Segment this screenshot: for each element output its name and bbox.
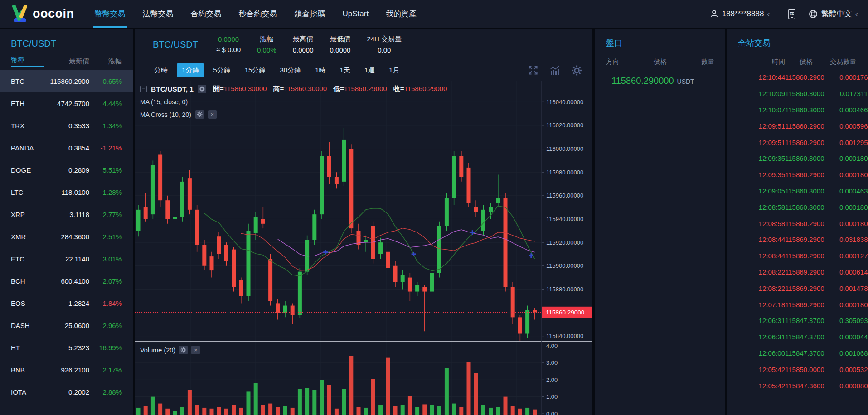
svg-text:1.00: 1.00 bbox=[546, 393, 558, 400]
trade-time: 12:06:00 bbox=[740, 349, 785, 357]
interval-tab[interactable]: 1分鐘 bbox=[177, 63, 204, 77]
trade-row: 12:10:09 115860.3000 0.017311 bbox=[727, 86, 868, 102]
trade-row: 12:05:42 115847.3600 0.000080 bbox=[727, 377, 868, 394]
interval-tab-list: 分時1分鐘5分鐘15分鐘30分鐘1時1天1週1月 bbox=[149, 63, 408, 77]
market-price: 25.0600 bbox=[44, 322, 89, 329]
collapse-icon[interactable]: − bbox=[140, 86, 147, 92]
trade-row: 12:08:44 115869.2900 0.000127 bbox=[727, 248, 868, 264]
trade-row: 12:06:31 115847.3700 0.305093 bbox=[727, 313, 868, 329]
nav-item[interactable]: 合約交易 bbox=[182, 0, 230, 28]
nav-item[interactable]: 法幣交易 bbox=[134, 0, 182, 28]
market-row[interactable]: BNB 926.2100 2.17% bbox=[0, 359, 133, 381]
market-row[interactable]: TRX 0.3533 1.34% bbox=[0, 115, 133, 137]
stat-value: 0.00% bbox=[257, 46, 276, 54]
column-last-price: 最新價 bbox=[44, 57, 89, 66]
fullscreen-icon[interactable] bbox=[528, 65, 538, 76]
market-row[interactable]: ETH 4742.5700 4.44% bbox=[0, 92, 133, 115]
user-menu[interactable]: 188****8888 ‹ bbox=[709, 9, 772, 19]
market-row[interactable]: XMR 284.3600 2.51% bbox=[0, 226, 133, 248]
market-row[interactable]: IOTA 0.2002 2.88% bbox=[0, 381, 133, 403]
globe-icon bbox=[808, 9, 818, 19]
market-row[interactable]: PANDA 0.3854 -1.21% bbox=[0, 137, 133, 159]
trade-time: 12:07:18 bbox=[740, 301, 785, 309]
market-symbol: XRP bbox=[11, 211, 44, 218]
trade-row: 12:09:51 115860.2900 0.001295 bbox=[727, 134, 868, 150]
interval-tabs: 分時1分鐘5分鐘15分鐘30分鐘1時1天1週1月 bbox=[135, 59, 592, 81]
language-menu[interactable]: 繁體中文 ‹ bbox=[808, 9, 860, 19]
nav-item[interactable]: 幣幣交易 bbox=[86, 0, 134, 28]
market-sidebar: BTC/USDT 幣種 最新價 漲幅 BTC 115860.2900 0.65%… bbox=[0, 29, 133, 415]
legend-gear-icon[interactable] bbox=[198, 85, 206, 93]
trade-time: 12:08:58 bbox=[740, 220, 785, 227]
trade-row: 12:08:22 115869.2900 0.000614 bbox=[727, 264, 868, 280]
logo[interactable]: oocoin bbox=[10, 5, 74, 24]
main-menu: 幣幣交易法幣交易合約交易秒合約交易鎖倉挖礦UpStart我的資產 bbox=[86, 0, 426, 28]
market-row[interactable]: DOGE 0.2809 5.51% bbox=[0, 159, 133, 181]
nav-item[interactable]: 我的資產 bbox=[377, 0, 425, 28]
ma-close-icon[interactable]: × bbox=[208, 110, 217, 119]
volume-close-icon[interactable]: × bbox=[191, 346, 200, 354]
trade-price: 115850.0000 bbox=[785, 366, 824, 373]
market-row[interactable]: BTC 115860.2900 0.65% bbox=[0, 70, 133, 92]
trade-time: 12:10:44 bbox=[740, 73, 785, 81]
interval-tab[interactable]: 1時 bbox=[310, 63, 330, 77]
trade-price: 115869.2900 bbox=[785, 301, 824, 309]
volume-gear-icon[interactable] bbox=[179, 346, 188, 354]
ma-gear-icon[interactable] bbox=[195, 110, 204, 119]
person-icon bbox=[709, 9, 719, 19]
trade-row: 12:06:00 115847.3700 0.001068 bbox=[727, 345, 868, 362]
trade-qty: 0.000180 bbox=[824, 203, 868, 211]
market-row[interactable]: EOS 1.2824 -1.84% bbox=[0, 292, 133, 314]
market-symbol: BCH bbox=[11, 277, 44, 285]
trade-time: 12:09:35 bbox=[740, 154, 785, 162]
market-price: 600.4100 bbox=[44, 277, 89, 285]
chart-stat: 最低價 0.0000 bbox=[330, 35, 351, 54]
interval-tab[interactable]: 1月 bbox=[384, 63, 404, 77]
trade-row: 12:08:44 115869.2900 0.031838 bbox=[727, 232, 868, 248]
market-symbol: TRX bbox=[11, 122, 44, 130]
volume-legend: Volume (20) × bbox=[140, 346, 200, 354]
interval-tab[interactable]: 1週 bbox=[359, 63, 380, 77]
kline-chart[interactable]: 116040.00000116020.00000116000.000001159… bbox=[135, 81, 592, 415]
market-change: 2.77% bbox=[89, 211, 122, 218]
top-navbar: oocoin 幣幣交易法幣交易合約交易秒合約交易鎖倉挖礦UpStart我的資產 … bbox=[0, 0, 868, 28]
nav-item[interactable]: UpStart bbox=[334, 0, 378, 28]
nav-item[interactable]: 鎖倉挖礦 bbox=[286, 0, 334, 28]
market-row[interactable]: BCH 600.4100 2.07% bbox=[0, 270, 133, 292]
logo-text: oocoin bbox=[33, 7, 74, 21]
settings-icon[interactable] bbox=[571, 65, 582, 76]
svg-text:115900.00000: 115900.00000 bbox=[546, 262, 583, 269]
tab-coin-type[interactable]: 幣種 bbox=[11, 56, 44, 67]
interval-tab[interactable]: 5分鐘 bbox=[208, 63, 235, 77]
nav-item[interactable]: 秒合約交易 bbox=[230, 0, 286, 28]
stat-label: 漲幅 bbox=[257, 35, 276, 43]
trade-price: 115860.3000 bbox=[785, 106, 824, 114]
market-row[interactable]: DASH 25.0600 2.96% bbox=[0, 314, 133, 337]
svg-text:116040.00000: 116040.00000 bbox=[546, 99, 583, 106]
trade-price: 115860.2900 bbox=[785, 73, 824, 81]
order-book-last-price: 115860.290000USDT bbox=[595, 69, 725, 86]
svg-text:0.00: 0.00 bbox=[546, 410, 558, 415]
trade-time: 12:08:44 bbox=[740, 252, 785, 260]
trade-qty: 0.000596 bbox=[824, 122, 868, 130]
market-row[interactable]: LTC 118.0100 1.28% bbox=[0, 181, 133, 203]
last-price-value: 115860.290000 bbox=[611, 76, 674, 86]
app-phone-icon[interactable]: APP bbox=[786, 8, 797, 20]
trade-price: 115847.3700 bbox=[785, 317, 824, 324]
interval-tab[interactable]: 1天 bbox=[335, 63, 355, 77]
market-row[interactable]: XRP 3.1118 2.77% bbox=[0, 203, 133, 226]
market-row[interactable]: HT 5.2323 16.99% bbox=[0, 337, 133, 359]
last-price-unit: USDT bbox=[677, 78, 694, 85]
trade-row: 12:07:18 115869.2900 0.000180 bbox=[727, 296, 868, 313]
trade-row: 12:09:35 115860.2900 0.000180 bbox=[727, 167, 868, 183]
svg-text:115840.00000: 115840.00000 bbox=[546, 333, 583, 339]
trade-row: 12:09:05 115860.3000 0.000463 bbox=[727, 183, 868, 199]
stat-label: 最高價 bbox=[293, 35, 314, 43]
interval-tab[interactable]: 分時 bbox=[149, 63, 173, 77]
market-symbol: LTC bbox=[11, 188, 44, 196]
chart-price-usd: ≈ $ 0.00 bbox=[216, 46, 241, 53]
market-row[interactable]: ETC 22.1140 3.01% bbox=[0, 248, 133, 270]
interval-tab[interactable]: 30分鐘 bbox=[275, 63, 306, 77]
interval-tab[interactable]: 15分鐘 bbox=[240, 63, 271, 77]
indicators-icon[interactable] bbox=[549, 65, 560, 76]
